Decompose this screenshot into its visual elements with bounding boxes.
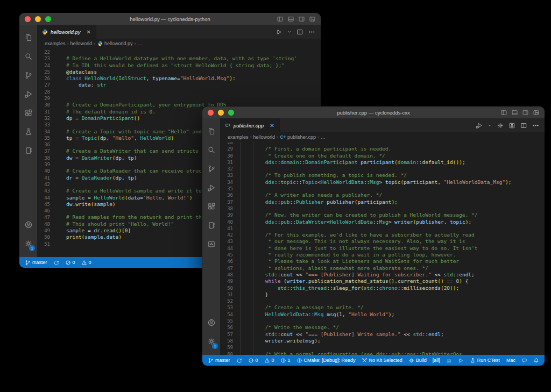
- tab-helloworld-py[interactable]: helloworld.py ✕: [37, 25, 96, 39]
- close-tab-icon[interactable]: ✕: [270, 123, 274, 129]
- breadcrumb-item[interactable]: …: [138, 41, 143, 46]
- breadcrumb-item[interactable]: helloworld: [253, 134, 276, 140]
- gear-icon[interactable]: [497, 122, 504, 129]
- line-number: 43: [37, 188, 50, 194]
- activity-account-button[interactable]: [19, 215, 37, 234]
- status-bug[interactable]: [446, 358, 452, 364]
- breadcrumb-item[interactable]: C+publisher.cpp: [280, 134, 316, 140]
- chevron-icon[interactable]: [488, 123, 492, 127]
- more-icon[interactable]: [308, 28, 315, 35]
- flask-box-icon[interactable]: [508, 122, 515, 129]
- more-icon[interactable]: [532, 122, 539, 129]
- code-line: 45 * really recommended to do a wait in …: [220, 252, 545, 258]
- breadcrumb-item[interactable]: examples: [228, 134, 249, 140]
- titlebar[interactable]: helloworld.py — cyclonedds-python: [19, 13, 321, 25]
- status-sync[interactable]: [53, 260, 59, 266]
- status-build[interactable]: Build: [408, 358, 427, 364]
- status-no-kit-selected[interactable]: No Kit Selected: [362, 358, 402, 364]
- status-feedback[interactable]: [521, 358, 527, 364]
- status-0[interactable]: 0: [81, 260, 91, 266]
- tab-bar: helloworld.py ✕: [37, 25, 321, 39]
- status-bar: master001CMake: [Debug]: ReadyNo Kit Sel…: [202, 355, 545, 366]
- code-line: 29: [37, 95, 321, 102]
- tab-publisher-cpp[interactable]: C+ publisher.cpp ✕: [220, 118, 280, 132]
- layout-sidebar-icon[interactable]: [500, 109, 507, 116]
- split-icon[interactable]: [296, 28, 303, 35]
- activity-files-button[interactable]: [202, 122, 220, 140]
- status-cmake-debug-ready[interactable]: CMake: [Debug]: Ready: [296, 358, 356, 364]
- activity-cmake-button[interactable]: [202, 234, 220, 253]
- activity-debug-button[interactable]: [202, 178, 220, 197]
- status-0[interactable]: 0: [264, 358, 274, 364]
- activity-notebook-button[interactable]: [19, 141, 37, 160]
- play-icon[interactable]: [276, 28, 282, 35]
- branch-icon: [208, 358, 214, 364]
- activity-extensions-button[interactable]: [19, 103, 37, 122]
- activity-bar: 1: [19, 25, 37, 257]
- code-line: 53 /* Create a message to write. */: [220, 304, 545, 311]
- breadcrumb-label: helloworld.py: [104, 41, 133, 46]
- status-0[interactable]: 0: [65, 260, 75, 266]
- breadcrumb[interactable]: examples›helloworld›helloworld.py›…: [37, 39, 321, 48]
- zoom-window-button[interactable]: [228, 110, 234, 116]
- layout-sidebar-icon[interactable]: [277, 16, 284, 23]
- status-mac[interactable]: Mac: [506, 358, 515, 363]
- line-number: 38: [37, 155, 50, 161]
- debug-run-icon[interactable]: [476, 122, 483, 129]
- minimize-window-button[interactable]: [218, 110, 224, 116]
- activity-gear-button[interactable]: 1: [202, 332, 220, 351]
- breadcrumb[interactable]: examples›helloworld›C+publisher.cpp›…: [220, 132, 545, 142]
- line-number: 24: [37, 62, 50, 69]
- zoom-window-button[interactable]: [45, 16, 51, 22]
- chevron-icon[interactable]: [287, 30, 292, 34]
- code-editor[interactable]: 2829 /* First, a domain participant is n…: [220, 142, 545, 355]
- breadcrumb-item[interactable]: examples: [45, 41, 66, 46]
- status-label: 0: [272, 358, 274, 363]
- line-number: 42: [220, 232, 233, 238]
- layout-sidebar-right-icon[interactable]: [522, 109, 529, 116]
- activity-files-button[interactable]: [19, 28, 37, 47]
- code-text: [233, 298, 545, 304]
- breadcrumb-item[interactable]: helloworld: [70, 41, 93, 46]
- python-file-icon: [42, 29, 48, 35]
- code-text: }: [233, 291, 545, 298]
- activity-gear-button[interactable]: 1: [19, 234, 37, 253]
- status-sync[interactable]: [236, 358, 242, 364]
- editor-actions: [276, 25, 321, 39]
- activity-beaker-button[interactable]: [19, 122, 37, 141]
- split-icon[interactable]: [520, 122, 527, 129]
- status-master[interactable]: master: [25, 260, 47, 266]
- activity-source-control-button[interactable]: [19, 66, 37, 84]
- status-all[interactable]: [all]: [433, 358, 440, 363]
- layout-custom-icon[interactable]: [309, 16, 316, 23]
- activity-notebook-button[interactable]: [202, 216, 220, 234]
- close-window-button[interactable]: [208, 110, 214, 116]
- activity-extensions-button[interactable]: [202, 197, 220, 216]
- minimize-window-button[interactable]: [35, 16, 41, 22]
- code-text: [233, 142, 545, 146]
- code-text: dds::domain::DomainParticipant participa…: [233, 159, 545, 166]
- close-tab-icon[interactable]: ✕: [86, 29, 90, 35]
- breadcrumb-item[interactable]: …: [321, 134, 326, 140]
- activity-search-button[interactable]: [202, 140, 220, 159]
- status-play[interactable]: [458, 358, 464, 364]
- info-icon: [280, 358, 286, 364]
- status-1[interactable]: 1: [280, 358, 291, 364]
- titlebar[interactable]: publisher.cpp — cyclonedds-cxx: [202, 106, 545, 118]
- activity-account-button[interactable]: [202, 313, 220, 332]
- breadcrumb-item[interactable]: helloworld.py: [97, 41, 133, 47]
- status-run-ctest[interactable]: Run CTest: [470, 358, 500, 364]
- activity-search-button[interactable]: [19, 47, 37, 66]
- layout-sidebar-right-icon[interactable]: [298, 16, 305, 23]
- close-window-button[interactable]: [25, 16, 31, 22]
- status-0[interactable]: 0: [248, 358, 258, 364]
- status-master[interactable]: master: [208, 358, 230, 364]
- line-number: 23: [37, 55, 50, 62]
- status-bell[interactable]: [533, 358, 539, 364]
- layout-panel-icon[interactable]: [511, 109, 518, 116]
- layout-custom-icon[interactable]: [533, 109, 540, 116]
- activity-source-control-button[interactable]: [202, 159, 220, 178]
- code-line: 46 * Please take a look at Listeners and…: [220, 258, 545, 265]
- layout-panel-icon[interactable]: [287, 16, 294, 23]
- activity-debug-button[interactable]: [19, 84, 37, 103]
